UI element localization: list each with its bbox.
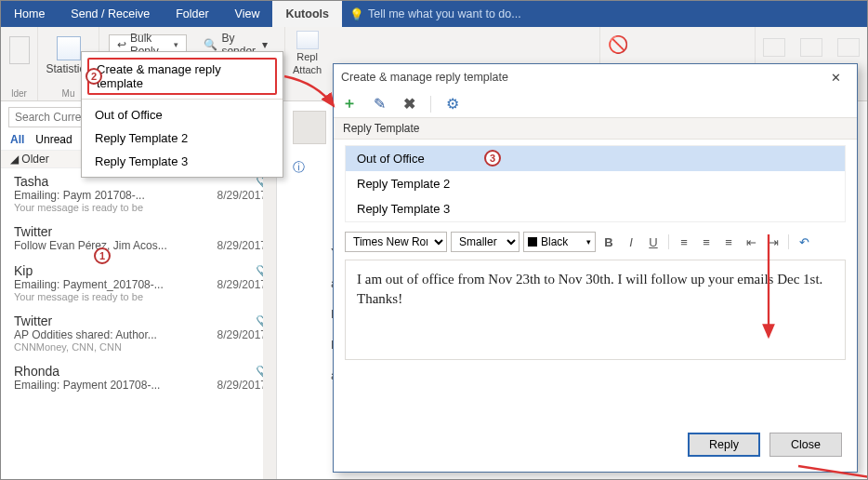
step-badge-1: 1	[94, 247, 111, 264]
msg-from: Twitter	[14, 224, 52, 239]
msg-preview: Your message is ready to be	[14, 202, 267, 213]
step-badge-2: 2	[85, 68, 102, 85]
misc-icon	[763, 38, 785, 57]
left-truncated-group[interactable]	[10, 31, 28, 64]
edit-template-button[interactable]: ✎	[371, 96, 388, 113]
msg-date: 8/29/2017	[210, 328, 267, 341]
tab-folder[interactable]: Folder	[163, 1, 221, 27]
font-color-select[interactable]: Black▾	[523, 232, 596, 252]
menu-item-label: Create & manage reply template	[97, 62, 221, 90]
msg-subject: Emailing: Payment_201708-...	[14, 278, 210, 291]
font-size-select[interactable]: Smaller	[451, 232, 519, 252]
menu-separator	[82, 99, 283, 100]
dialog-title: Create & manage reply template	[341, 71, 508, 84]
dialog-toolbar: ＋ ✎ ✖ ⚙	[334, 90, 857, 118]
tell-me-text: Tell me what you want to do...	[368, 7, 521, 20]
dialog-buttons: Reply Close	[334, 420, 857, 472]
manage-reply-template-dialog: Create & manage reply template ✕ ＋ ✎ ✖ ⚙…	[333, 63, 858, 473]
template-reply-3[interactable]: Reply Template 3	[346, 196, 845, 221]
delete-template-button[interactable]: ✖	[401, 96, 417, 113]
menu-create-manage-template[interactable]: 2 Create & manage reply template	[87, 58, 277, 95]
bulk-reply-menu: 2 Create & manage reply template Out of …	[81, 51, 283, 178]
tab-view[interactable]: View	[222, 1, 273, 27]
bold-button[interactable]: B	[599, 233, 618, 251]
msg-preview: CNNMoney, CNN, CNN	[14, 341, 267, 353]
indent-button[interactable]: ⇥	[764, 233, 783, 251]
tab-home[interactable]: Home	[1, 1, 58, 27]
list-item[interactable]: Twitter📎 AP Oddities shared: Author...8/…	[1, 308, 276, 358]
list-item[interactable]: Twitter Follow Evan Pérez, Jim Acos...8/…	[1, 219, 276, 258]
format-toolbar: Times New Roman Smaller Black▾ B I U ≡ ≡…	[345, 232, 846, 252]
reply-all-button[interactable]: Repl Attach	[285, 27, 329, 100]
attach-label: Attach	[293, 64, 322, 75]
reply-all-label: Repl	[296, 51, 318, 62]
msg-from: Rhonda	[14, 364, 59, 379]
close-dialog-button[interactable]: Close	[769, 433, 842, 457]
template-list-header: Reply Template	[334, 118, 857, 140]
plus-icon: ＋	[342, 94, 357, 113]
underline-button[interactable]: U	[644, 233, 663, 251]
template-reply-2[interactable]: Reply Template 2	[346, 171, 845, 196]
msg-subject: Follow Evan Pérez, Jim Acos...	[14, 239, 210, 252]
outdent-button[interactable]: ⇤	[742, 233, 760, 251]
template-label: Out of Office	[357, 152, 425, 166]
menu-reply-template-2[interactable]: Reply Template 2	[82, 127, 283, 150]
add-template-button[interactable]: ＋	[341, 96, 358, 113]
ribbon-tabs: Home Send / Receive Folder View Kutools …	[1, 1, 867, 27]
msg-subject: AP Oddities shared: Author...	[14, 328, 210, 341]
align-center-button[interactable]: ≡	[697, 233, 716, 251]
close-button[interactable]: ✕	[822, 67, 849, 87]
chevron-down-icon: ▾	[262, 38, 268, 51]
gear-icon: ⚙	[446, 95, 459, 113]
color-swatch	[528, 237, 537, 247]
undo-button[interactable]: ↶	[795, 233, 813, 251]
pencil-icon: ✎	[374, 95, 386, 113]
msg-from: Kip	[14, 263, 33, 278]
tab-kutools[interactable]: Kutools	[272, 1, 342, 27]
msg-from: Tasha	[14, 174, 48, 189]
search-icon: 🔍	[204, 38, 217, 51]
tell-me-box[interactable]: 💡 Tell me what you want to do...	[342, 7, 521, 21]
chevron-down-icon: ▾	[174, 40, 178, 49]
list-item[interactable]: Kip📎 Emailing: Payment_201708-...8/29/20…	[1, 258, 276, 308]
msg-subject: Emailing: Paym 201708-...	[14, 189, 210, 202]
align-right-button[interactable]: ≡	[719, 233, 738, 251]
msg-date: 8/29/2017	[210, 278, 267, 291]
list-item[interactable]: Rhonda📎 Emailing: Payment 201708-...8/29…	[1, 358, 276, 397]
reply-icon: ↩	[117, 38, 126, 51]
tab-sendreceive[interactable]: Send / Receive	[58, 1, 163, 27]
color-name: Black	[541, 235, 568, 248]
msg-from: Twitter	[14, 313, 52, 328]
reply-all-icon	[296, 31, 319, 49]
step-badge-3: 3	[484, 150, 501, 167]
template-body-editor[interactable]: I am out of office from Nov 23th to Nov …	[345, 260, 846, 360]
bulb-icon: 💡	[349, 7, 364, 21]
template-out-of-office[interactable]: Out of Office 3	[346, 146, 845, 171]
align-left-button[interactable]: ≡	[675, 233, 693, 251]
msg-date: 8/29/2017	[210, 379, 267, 392]
info-icon: ⓘ	[293, 159, 311, 178]
font-family-select[interactable]: Times New Roman	[345, 232, 447, 252]
msg-preview: Your message is ready to be	[14, 291, 267, 302]
template-list: Out of Office 3 Reply Template 2 Reply T…	[345, 145, 846, 222]
block-icon: 🚫	[608, 36, 628, 55]
group-label-lder: lder	[10, 88, 28, 100]
dialog-titlebar: Create & manage reply template ✕	[334, 64, 857, 90]
filter-unread[interactable]: Unread	[35, 133, 72, 146]
settings-button[interactable]: ⚙	[444, 96, 461, 113]
msg-date: 8/29/2017	[210, 189, 267, 202]
close-icon: ✕	[831, 71, 841, 85]
reply-button[interactable]: Reply	[688, 433, 760, 457]
misc-icon	[837, 38, 860, 57]
msg-date: 8/29/2017	[210, 239, 267, 252]
menu-out-of-office[interactable]: Out of Office	[82, 103, 283, 127]
misc-icon	[800, 38, 822, 57]
menu-reply-template-3[interactable]: Reply Template 3	[82, 150, 283, 173]
filter-all[interactable]: All	[10, 133, 24, 146]
italic-button[interactable]: I	[622, 233, 640, 251]
delete-icon: ✖	[403, 95, 415, 113]
statistics-icon	[57, 36, 81, 60]
msg-subject: Emailing: Payment 201708-...	[14, 379, 210, 392]
